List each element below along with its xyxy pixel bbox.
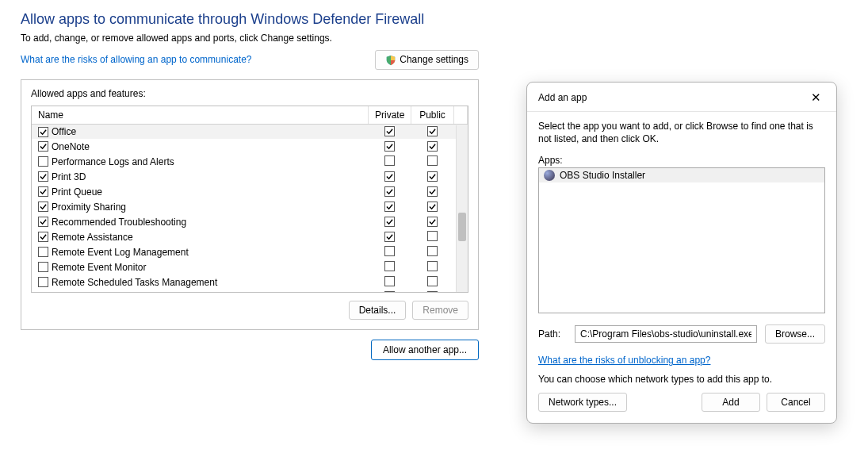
row-name: Proximity Sharing bbox=[52, 202, 126, 213]
row-private-checkbox[interactable] bbox=[384, 186, 395, 197]
details-button[interactable]: Details... bbox=[349, 301, 407, 320]
allowed-apps-panel: Allow apps to communicate through Window… bbox=[21, 11, 479, 360]
row-name: Remote Assistance bbox=[52, 232, 133, 243]
remove-button[interactable]: Remove bbox=[412, 301, 468, 320]
row-private-checkbox[interactable] bbox=[384, 202, 395, 212]
unblock-risks-link[interactable]: What are the risks of unblocking an app? bbox=[538, 355, 710, 366]
table-row[interactable]: Performance Logs and Alerts bbox=[32, 154, 468, 169]
row-private-checkbox[interactable] bbox=[384, 246, 395, 256]
page-title: Allow apps to communicate through Window… bbox=[21, 11, 479, 28]
row-private-checkbox[interactable] bbox=[384, 276, 395, 286]
add-app-dialog: Add an app ✕ Select the app you want to … bbox=[526, 82, 837, 424]
shield-icon bbox=[385, 55, 396, 66]
row-enable-checkbox[interactable] bbox=[38, 156, 48, 167]
row-enable-checkbox[interactable] bbox=[38, 171, 48, 182]
app-icon bbox=[544, 170, 555, 181]
column-header-scroll bbox=[454, 106, 468, 125]
row-enable-checkbox[interactable] bbox=[38, 262, 48, 272]
table-row[interactable]: Remote Assistance bbox=[32, 229, 468, 244]
row-name: Remote Event Monitor bbox=[52, 262, 146, 273]
dialog-titlebar[interactable]: Add an app ✕ bbox=[527, 83, 836, 112]
page-subtitle: To add, change, or remove allowed apps a… bbox=[21, 33, 479, 44]
row-private-checkbox[interactable] bbox=[384, 141, 395, 152]
row-private-checkbox[interactable] bbox=[384, 232, 395, 242]
allowed-apps-box: Allowed apps and features: Name Private … bbox=[21, 79, 479, 330]
row-private-checkbox[interactable] bbox=[384, 171, 395, 182]
row-enable-checkbox[interactable] bbox=[38, 247, 48, 257]
browse-button[interactable]: Browse... bbox=[765, 324, 825, 344]
allowed-apps-table-wrap: Name Private Public OfficeOneNotePerform… bbox=[31, 106, 468, 293]
row-public-checkbox[interactable] bbox=[427, 171, 438, 182]
row-enable-checkbox[interactable] bbox=[38, 277, 48, 287]
row-public-checkbox[interactable] bbox=[427, 202, 438, 212]
row-name: OneNote bbox=[52, 141, 90, 152]
row-enable-checkbox[interactable] bbox=[38, 292, 48, 293]
row-public-checkbox[interactable] bbox=[427, 261, 438, 271]
row-public-checkbox[interactable] bbox=[427, 231, 438, 241]
add-button[interactable]: Add bbox=[702, 393, 760, 412]
row-name: Performance Logs and Alerts bbox=[52, 156, 174, 167]
path-input[interactable] bbox=[575, 325, 757, 343]
change-settings-label: Change settings bbox=[400, 54, 468, 65]
row-public-checkbox[interactable] bbox=[427, 126, 438, 136]
row-name: Remote Scheduled Tasks Management bbox=[52, 277, 217, 288]
header-row: What are the risks of allowing an app to… bbox=[21, 50, 479, 70]
row-name: Recommended Troubleshooting bbox=[52, 217, 186, 228]
row-name: Print 3D bbox=[52, 171, 86, 182]
row-enable-checkbox[interactable] bbox=[38, 217, 48, 227]
row-name: Remote Event Log Management bbox=[52, 247, 189, 258]
table-row[interactable]: Office bbox=[32, 124, 468, 139]
row-name: Remote Service Management bbox=[52, 292, 178, 293]
table-row[interactable]: Remote Scheduled Tasks Management bbox=[32, 274, 468, 290]
dialog-intro: Select the app you want to add, or click… bbox=[538, 120, 825, 145]
table-row[interactable]: Proximity Sharing bbox=[32, 199, 468, 214]
column-header-name[interactable]: Name bbox=[32, 106, 369, 125]
dialog-title: Add an app bbox=[538, 92, 587, 103]
row-public-checkbox[interactable] bbox=[427, 186, 438, 197]
row-enable-checkbox[interactable] bbox=[38, 202, 48, 212]
row-private-checkbox[interactable] bbox=[384, 155, 395, 166]
choose-network-text: You can choose which network types to ad… bbox=[538, 374, 825, 385]
apps-label: Apps: bbox=[538, 155, 825, 166]
close-icon[interactable]: ✕ bbox=[805, 90, 827, 105]
row-public-checkbox[interactable] bbox=[427, 246, 438, 256]
row-public-checkbox[interactable] bbox=[427, 217, 438, 227]
row-public-checkbox[interactable] bbox=[427, 141, 438, 152]
row-name: Office bbox=[52, 126, 76, 137]
table-row[interactable]: Remote Service Management bbox=[32, 290, 468, 293]
allow-another-app-button[interactable]: Allow another app... bbox=[371, 340, 479, 360]
allow-another-row: Allow another app... bbox=[21, 340, 479, 360]
row-private-checkbox[interactable] bbox=[384, 291, 395, 293]
dialog-body: Select the app you want to add, or click… bbox=[527, 112, 836, 423]
row-enable-checkbox[interactable] bbox=[38, 141, 48, 152]
table-row[interactable]: Remote Event Log Management bbox=[32, 244, 468, 259]
path-row: Path: Browse... bbox=[538, 324, 825, 344]
column-header-public[interactable]: Public bbox=[411, 106, 454, 125]
row-public-checkbox[interactable] bbox=[427, 155, 438, 166]
row-name: Print Queue bbox=[52, 186, 102, 198]
table-row[interactable]: OneNote bbox=[32, 139, 468, 154]
table-row[interactable]: Print 3D bbox=[32, 169, 468, 184]
scrollbar[interactable] bbox=[456, 125, 468, 292]
row-enable-checkbox[interactable] bbox=[38, 186, 48, 197]
row-private-checkbox[interactable] bbox=[384, 126, 395, 136]
row-public-checkbox[interactable] bbox=[427, 291, 438, 293]
apps-list-item[interactable]: OBS Studio Installer bbox=[539, 168, 824, 182]
row-public-checkbox[interactable] bbox=[427, 276, 438, 286]
row-enable-checkbox[interactable] bbox=[38, 127, 48, 137]
path-label: Path: bbox=[538, 328, 567, 340]
table-row[interactable]: Remote Event Monitor bbox=[32, 259, 468, 274]
risks-link[interactable]: What are the risks of allowing an app to… bbox=[21, 54, 251, 65]
row-private-checkbox[interactable] bbox=[384, 261, 395, 271]
table-actions: Details... Remove bbox=[31, 301, 468, 320]
cancel-button[interactable]: Cancel bbox=[767, 393, 825, 412]
apps-list[interactable]: OBS Studio Installer bbox=[538, 167, 825, 313]
row-enable-checkbox[interactable] bbox=[38, 232, 48, 242]
table-row[interactable]: Print Queue bbox=[32, 184, 468, 199]
row-private-checkbox[interactable] bbox=[384, 217, 395, 227]
change-settings-button[interactable]: Change settings bbox=[375, 50, 479, 70]
column-header-private[interactable]: Private bbox=[369, 106, 411, 125]
table-row[interactable]: Recommended Troubleshooting bbox=[32, 214, 468, 229]
scrollbar-thumb[interactable] bbox=[458, 213, 466, 241]
network-types-button[interactable]: Network types... bbox=[538, 393, 627, 412]
